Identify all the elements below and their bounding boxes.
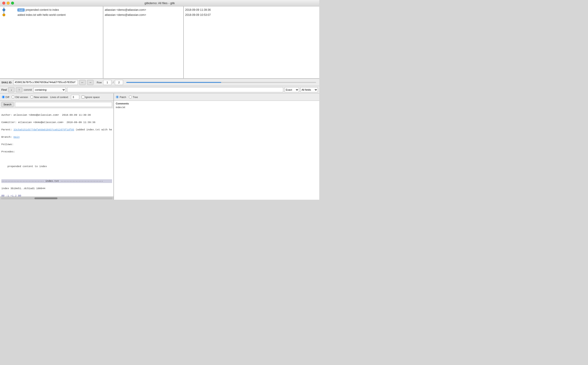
commit-message: prepended content to index <box>26 8 59 12</box>
exact-select[interactable]: Exact IgnCase Regexp <box>285 87 299 92</box>
comments-header: Comments <box>116 102 318 105</box>
fields-select[interactable]: All fields Headline Comments Author Comm… <box>300 87 318 92</box>
tree-radio[interactable] <box>129 96 132 98</box>
ignore-space-text: Ignore space <box>85 96 100 98</box>
sha-row: SHA1 ID: ← → Row / 2 <box>0 79 319 86</box>
main-container: main prepended content to index added in… <box>0 7 319 200</box>
diff-author-line: Author: atlassian <demo@atlassian.com> 2… <box>1 113 112 117</box>
maximize-button[interactable] <box>11 2 14 5</box>
find-down-button[interactable]: ↓ <box>8 87 14 92</box>
diff-separator: ---------------------------- index.txt -… <box>1 179 112 183</box>
sha-input[interactable] <box>14 80 78 85</box>
diff-commit-msg: prepended content to index <box>1 165 112 168</box>
window-title: gitkdemo: All files - gitk <box>144 1 175 5</box>
search-row: Search <box>0 101 113 108</box>
date-entry: 2018-09-09 11:39:36 <box>185 7 318 12</box>
bottom-scrollbar[interactable] <box>0 197 113 200</box>
patch-radio[interactable] <box>116 96 119 98</box>
search-button[interactable]: Search <box>1 102 14 107</box>
lines-label: Lines of context: <box>50 96 68 98</box>
patch-tab-text: Patch <box>120 96 126 98</box>
date-pane: 2018-09-09 11:39:36 2018-09-09 10:53:07 <box>184 7 319 78</box>
diff-radio[interactable] <box>2 96 5 98</box>
diff-radio-label[interactable]: Diff <box>2 96 9 98</box>
row-current-input[interactable] <box>103 80 111 85</box>
close-button[interactable] <box>2 2 5 5</box>
diff-controls: Diff Old version New version Lines of co… <box>0 93 113 101</box>
row-slash: / <box>113 81 113 84</box>
patch-tree-tabs: Patch Tree <box>114 93 319 101</box>
find-row: Find ↓ ↑ commit containing: touching pat… <box>0 86 319 93</box>
row-total: 2 <box>115 80 123 85</box>
new-version-label: New version <box>34 96 48 98</box>
commit-type-label: commit <box>24 88 32 91</box>
author-entry: atlassian <demo@atlassian.com> <box>105 12 182 17</box>
graph-col <box>1 12 17 17</box>
diff-blank <box>1 157 112 161</box>
parent-sha-link[interactable]: 33c5a5151d377dafa6da01b937ca012d75f1df85 <box>14 128 74 131</box>
comments-area: Comments index.txt <box>114 101 319 200</box>
bottom-section: Diff Old version New version Lines of co… <box>0 93 319 200</box>
table-row[interactable]: main prepended content to index <box>0 7 103 12</box>
old-version-radio-label[interactable]: Old version <box>12 96 28 98</box>
diff-index: index 3b18e51..dc51ad1 100644 <box>1 187 112 190</box>
top-panel: main prepended content to index added in… <box>0 7 319 79</box>
titlebar: gitkdemo: All files - gitk <box>0 0 319 7</box>
find-up-button[interactable]: ↑ <box>16 87 22 92</box>
old-version-label: Old version <box>15 96 28 98</box>
minimize-button[interactable] <box>7 2 10 5</box>
diff-blank2 <box>1 172 112 175</box>
ignore-space-checkbox[interactable] <box>82 96 85 98</box>
diff-content: Author: atlassian <demo@atlassian.com> 2… <box>0 108 113 197</box>
containing-select[interactable]: containing: touching paths: adding/remov… <box>33 87 66 92</box>
tree-tab-label[interactable]: Tree <box>129 96 138 98</box>
date-entry: 2018-09-09 10:53:07 <box>185 12 318 17</box>
find-text-input[interactable] <box>67 87 283 92</box>
scrollbar-thumb[interactable] <box>35 197 57 199</box>
lines-input[interactable] <box>71 95 79 99</box>
diff-branch-line: Branch: main <box>1 135 112 139</box>
sha-label: SHA1 ID: <box>1 81 12 84</box>
diff-committer-line: Committer: atlassian <demo@atlassian.com… <box>1 120 112 124</box>
ignore-space-label[interactable]: Ignore space <box>82 96 100 98</box>
diff-follows-line: Follows: <box>1 143 112 146</box>
patch-tab-label[interactable]: Patch <box>116 96 126 98</box>
branch-tag: main <box>17 8 25 12</box>
diff-pane: Diff Old version New version Lines of co… <box>0 93 114 200</box>
new-version-radio[interactable] <box>30 96 33 98</box>
comments-file: index.txt <box>116 106 318 109</box>
diff-hunk: @@ -1 +1,2 @@ <box>1 194 112 197</box>
diff-label: Diff <box>6 96 9 98</box>
diff-parent-line: Parent: 33c5a5151d377dafa6da01b937ca012d… <box>1 128 112 132</box>
commit-message: added index.txt with hello world content <box>17 13 65 16</box>
new-version-radio-label[interactable]: New version <box>30 96 48 98</box>
tree-tab-text: Tree <box>133 96 138 98</box>
diff-precedes-line: Precedes: <box>1 150 112 154</box>
author-pane: atlassian <demo@atlassian.com> atlassian… <box>103 7 184 78</box>
table-row[interactable]: added index.txt with hello world content <box>0 12 103 17</box>
old-version-radio[interactable] <box>12 96 14 98</box>
commit-list-pane: main prepended content to index added in… <box>0 7 103 78</box>
window-controls[interactable] <box>2 2 14 5</box>
search-input[interactable] <box>15 102 112 107</box>
branch-link[interactable]: main <box>14 136 20 138</box>
find-label: Find <box>1 88 7 91</box>
right-pane: Patch Tree Comments index.txt <box>114 93 319 200</box>
forward-button[interactable]: → <box>87 80 93 85</box>
row-slider[interactable] <box>126 82 316 83</box>
author-entry: atlassian <demo@atlassian.com> <box>105 7 182 12</box>
scrollbar-track[interactable] <box>1 197 113 199</box>
row-label: Row <box>97 81 102 84</box>
back-button[interactable]: ← <box>79 80 86 85</box>
